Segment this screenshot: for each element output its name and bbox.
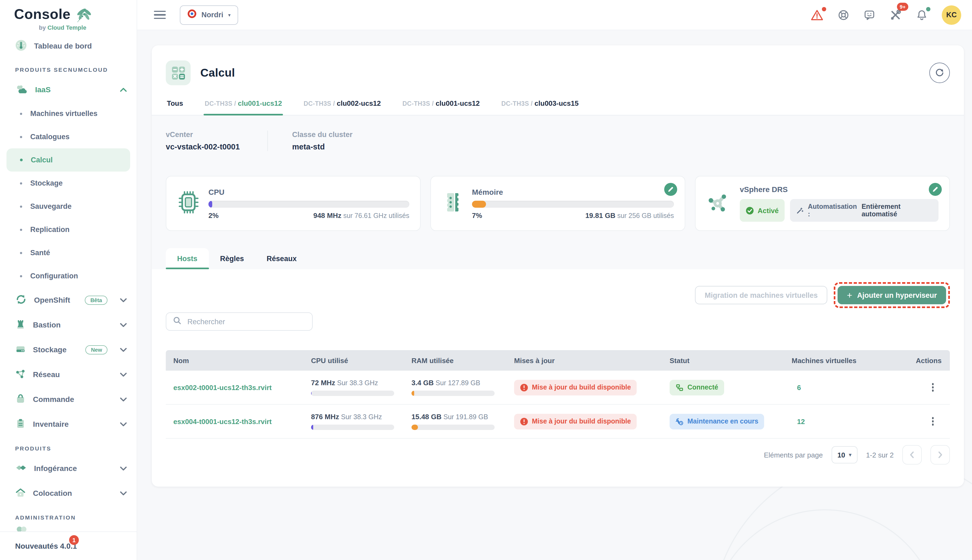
chevron-down-icon[interactable]: [120, 322, 127, 327]
tab-hosts[interactable]: Hosts: [166, 248, 209, 269]
host-name-link[interactable]: esx004-t0001-ucs12-th3s.rvirt: [173, 417, 272, 425]
sidebar-item-catalogues[interactable]: Catalogues: [0, 125, 137, 148]
alerts-button[interactable]: [811, 9, 823, 21]
sidebar-item-commande[interactable]: Commande: [0, 387, 137, 412]
host-name-link[interactable]: esx002-t0001-ucs12-th3s.rvirt: [173, 383, 272, 392]
sidebar-item-label: Santé: [30, 249, 50, 257]
sidebar-item-replication[interactable]: Replication: [0, 218, 137, 241]
server-icon: [15, 343, 26, 356]
dragonfly-icon: [73, 7, 93, 25]
cluster-class-info: Classe du cluster meta-std: [292, 130, 353, 151]
tab-reseaux[interactable]: Réseaux: [256, 248, 308, 269]
migrate-vms-button[interactable]: Migration de machines virtuelles: [695, 286, 828, 304]
memory-label: Mémoire: [472, 187, 674, 196]
sidebar-item-label: Configuration: [30, 272, 78, 280]
cluster-class-value: meta-std: [292, 142, 353, 151]
row-actions-menu[interactable]: [927, 383, 938, 392]
bullet-icon: [20, 136, 22, 138]
chevron-down-icon[interactable]: [120, 298, 127, 302]
vm-count[interactable]: 12: [791, 417, 916, 425]
sidebar-item-reseau[interactable]: Réseau: [0, 362, 137, 387]
sidebar-item-stockage[interactable]: Stockage New: [0, 337, 137, 362]
memory-percent: 7%: [472, 211, 482, 219]
sidebar-item-openshift[interactable]: OpenShift Bêta: [0, 288, 137, 312]
tab-tous[interactable]: Tous: [166, 93, 184, 115]
vm-count[interactable]: 6: [791, 383, 916, 392]
sidebar-item-calcul[interactable]: Calcul: [7, 148, 130, 172]
chevron-down-icon[interactable]: [120, 372, 127, 377]
whats-new[interactable]: Nouveautés 4.0.1 1: [0, 532, 137, 560]
sidebar-item-inventaire[interactable]: Inventaire: [0, 412, 137, 437]
chevron-up-icon[interactable]: [120, 87, 127, 92]
sidebar-item-sante[interactable]: Santé: [0, 241, 137, 264]
chevron-down-icon[interactable]: [120, 466, 127, 471]
support-button[interactable]: [838, 9, 850, 21]
cocarde-icon: [187, 9, 197, 20]
search-box[interactable]: [166, 312, 313, 331]
cpu-percent: 2%: [208, 211, 219, 219]
tab-clu001-ucs12[interactable]: DC-TH3S / clu001-ucs12: [204, 93, 283, 115]
magic-wand-icon: [796, 207, 803, 215]
chevron-down-icon[interactable]: [120, 491, 127, 495]
tenant-selector[interactable]: Nordri ▾: [180, 5, 238, 25]
edit-memory-button[interactable]: [664, 183, 677, 196]
ram-icon: [442, 191, 463, 216]
host-connected-icon: [676, 383, 684, 392]
tab-clu001-ucs12-b[interactable]: DC-TH3S / clu001-ucs12: [402, 93, 481, 115]
chevron-down-icon[interactable]: [120, 397, 127, 402]
table-header: Nom CPU utilisé RAM utilisée Mises à jou…: [166, 350, 950, 371]
page-title: Calcul: [200, 67, 235, 79]
app-logo[interactable]: Console by Cloud: [0, 0, 137, 33]
add-hypervisor-button[interactable]: + Ajouter un hyperviseur: [838, 286, 946, 304]
sidebar-item-label: Colocation: [33, 489, 72, 497]
status-badge-connected: Connecté: [669, 380, 724, 395]
edit-drs-button[interactable]: [929, 183, 942, 196]
sidebar: Console by Cloud: [0, 0, 137, 560]
feedback-button[interactable]: [863, 9, 875, 21]
tab-clu002-ucs12[interactable]: DC-TH3S / clu002-ucs12: [303, 93, 382, 115]
prev-page-button[interactable]: [902, 445, 922, 465]
sidebar-item-label: Commande: [33, 395, 74, 403]
bullet-icon: [20, 275, 22, 277]
table-row: esx004-t0001-ucs12-th3s.rvirt 876 MHz Su…: [166, 405, 950, 438]
sidebar-item-infogerance[interactable]: Infogérance: [0, 456, 137, 481]
ram-cell: 3.4 GB Sur 127.89 GB: [412, 379, 514, 396]
sidebar-item-configuration[interactable]: Configuration: [0, 264, 137, 288]
sidebar-item-sauvegarde[interactable]: Sauvegarde: [0, 195, 137, 218]
whats-new-label: Nouveautés 4.0.1: [15, 542, 77, 550]
menu-icon[interactable]: [154, 8, 166, 21]
tools-button[interactable]: 9+: [889, 8, 902, 21]
sidebar-item-stockage-iaas[interactable]: Stockage: [0, 172, 137, 195]
drs-status-badge: Activé: [740, 199, 785, 222]
chevron-down-icon[interactable]: [120, 422, 127, 427]
tab-clu003-ucs15[interactable]: DC-TH3S / clu003-ucs15: [500, 93, 580, 115]
refresh-button[interactable]: [929, 63, 950, 83]
sidebar-item-bastion[interactable]: Bastion: [0, 312, 137, 337]
sidebar-item-label: Infogérance: [34, 464, 77, 473]
status-badge-maintenance: Maintenance en cours: [669, 413, 765, 429]
search-input[interactable]: [186, 317, 306, 326]
cpu-detail: 948 MHz sur 76.61 GHz utilisés: [313, 211, 409, 219]
alert-circle-icon: [520, 383, 528, 392]
sidebar-item-dashboard[interactable]: Tableau de bord: [0, 34, 137, 58]
notifications-button[interactable]: [916, 9, 928, 21]
main-area: Calcul Tous DC-TH3S / clu001-ucs12 DC-TH…: [137, 30, 972, 560]
tab-regles[interactable]: Règles: [209, 248, 256, 269]
sidebar-item-colocation[interactable]: Colocation: [0, 481, 137, 505]
drs-card: vSphere DRS Activé: [695, 176, 950, 231]
annotation-highlight: + Ajouter un hyperviseur: [834, 282, 950, 308]
cpu-usage-fill: [208, 200, 212, 207]
ram-bar: [412, 425, 495, 430]
next-page-button[interactable]: [930, 445, 950, 465]
chevron-down-icon[interactable]: [120, 347, 127, 352]
avatar[interactable]: KC: [942, 5, 961, 25]
search-icon: [173, 316, 181, 327]
sidebar-item-iaas[interactable]: IaaS: [0, 77, 137, 102]
alert-circle-icon: [520, 417, 528, 425]
sidebar-item-label: Tableau de bord: [34, 42, 92, 50]
per-page-select[interactable]: 10 ▾: [831, 446, 857, 463]
cpu-gauge-card: CPU 2% 948 MHz sur 76.61 GHz utilisés: [166, 176, 421, 231]
cluster-class-label: Classe du cluster: [292, 130, 353, 138]
sidebar-item-machines-virtuelles[interactable]: Machines virtuelles: [0, 102, 137, 125]
row-actions-menu[interactable]: [927, 417, 938, 426]
